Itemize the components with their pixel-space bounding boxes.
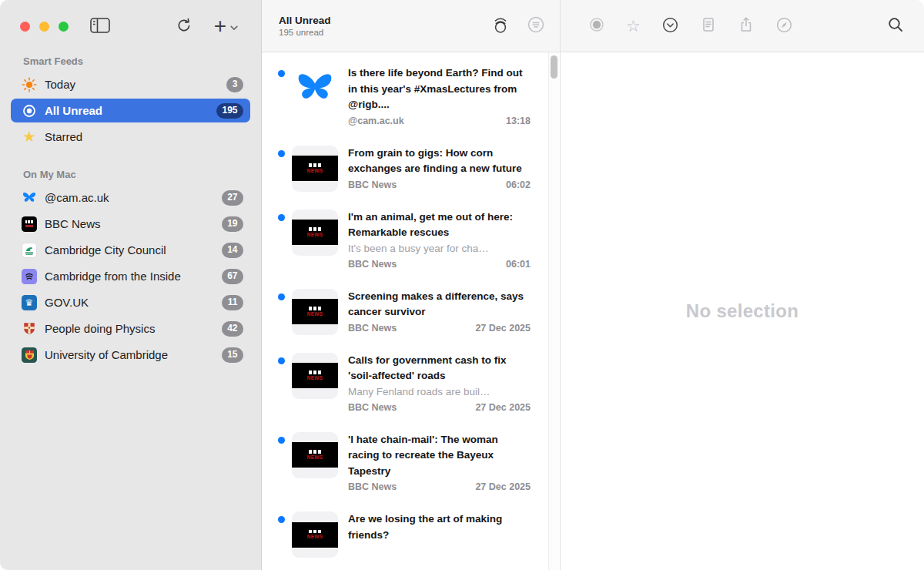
unread-count-badge: 14 — [222, 243, 243, 258]
sidebar-item-label: GOV.UK — [45, 296, 214, 309]
article-list-column: All Unread 195 unread — [262, 0, 561, 570]
plus-icon: + — [214, 18, 226, 34]
unread-count-badge: 67 — [222, 269, 243, 284]
unread-count-badge: 195 — [216, 103, 243, 119]
star-outline-icon: ☆ — [626, 18, 641, 34]
bbc-news-thumbnail: NEWS — [292, 146, 338, 192]
article-title: I'm an animal, get me out of here: Remar… — [348, 210, 531, 241]
bbc-news-label: NEWS — [307, 455, 323, 461]
sun-icon — [22, 77, 37, 92]
unread-count-badge: 19 — [222, 216, 243, 232]
article-row[interactable]: Is there life beyond Earth? Find out in … — [262, 57, 560, 137]
zoom-button[interactable] — [59, 22, 69, 32]
toggle-sidebar-button[interactable] — [90, 18, 110, 35]
chevron-down-icon — [230, 22, 238, 33]
article-row[interactable]: NEWS Screening makes a difference, says … — [262, 280, 560, 344]
add-feed-menu-button[interactable] — [230, 22, 238, 33]
unread-count-badge: 42 — [222, 321, 243, 337]
sidebar-item-label: @cam.ac.uk — [45, 191, 214, 204]
unread-dot — [278, 70, 285, 77]
list-unread-count: 195 unread — [279, 28, 331, 37]
bbc-news-label: NEWS — [307, 312, 323, 317]
reader-view-button[interactable] — [700, 16, 717, 35]
open-in-browser-button[interactable] — [775, 16, 793, 36]
sidebar-item-label: BBC News — [45, 217, 214, 230]
share-button[interactable] — [738, 16, 755, 35]
sidebar-toolbar: + — [0, 0, 261, 52]
unread-count-badge: 11 — [222, 295, 243, 310]
refresh-button[interactable] — [176, 17, 192, 36]
sidebar-item-cambridge-from-the-inside[interactable]: Cambridge from the Inside 67 — [11, 264, 250, 288]
article-summary: It's been a busy year for cha… — [348, 241, 531, 256]
article-title: Are we losing the art of making friends? — [348, 511, 531, 543]
close-button[interactable] — [20, 22, 30, 32]
bbc-news-thumbnail: NEWS — [292, 432, 338, 478]
article-source: BBC News — [348, 321, 397, 336]
article-time: 13:18 — [506, 114, 531, 129]
unread-dot — [278, 214, 285, 221]
sidebar-item-bbc-news[interactable]: BBC News 19 — [11, 212, 250, 236]
article-title: Screening makes a difference, says cance… — [348, 289, 531, 320]
article-title: Is there life beyond Earth? Find out in … — [348, 65, 531, 113]
article-time: 06:02 — [506, 178, 531, 193]
traffic-lights — [20, 22, 69, 32]
article-row[interactable]: NEWS I'm an animal, get me out of here: … — [262, 201, 560, 280]
read-status-circle-icon — [588, 16, 605, 35]
toggle-read-button[interactable] — [588, 16, 605, 35]
sidebar-item-cam-ac-uk[interactable]: @cam.ac.uk 27 — [11, 186, 250, 210]
no-selection-placeholder: No selection — [686, 300, 798, 322]
article-row[interactable]: NEWS From grain to gigs: How corn exchan… — [262, 137, 560, 201]
mark-all-read-button[interactable] — [491, 15, 511, 37]
sidebar-item-label: Cambridge City Council — [45, 243, 214, 256]
article-title: 'I hate chain-mail': The woman racing to… — [348, 432, 531, 480]
compass-icon — [775, 16, 793, 36]
filter-icon — [526, 15, 546, 37]
sidebar-item-cambridge-city-council[interactable]: Cambridge City Council 14 — [11, 238, 250, 262]
list-header-text: All Unread 195 unread — [279, 15, 331, 37]
article-source: BBC News — [348, 178, 397, 193]
mark-all-read-icon — [491, 15, 511, 37]
unread-ring-icon — [22, 103, 37, 119]
article-title: From grain to gigs: How corn exchanges a… — [348, 146, 531, 177]
filter-articles-button[interactable] — [526, 15, 546, 37]
unread-dot — [278, 357, 285, 364]
bbc-news-thumbnail: NEWS — [292, 289, 338, 335]
sidebar-item-today[interactable]: Today 3 — [11, 72, 250, 96]
minimize-button[interactable] — [39, 22, 49, 32]
app-window: + Smart Feeds Today 3 — [0, 0, 924, 570]
sidebar-item-label: Cambridge from the Inside — [45, 270, 214, 283]
refresh-icon — [176, 17, 192, 36]
sidebar: + Smart Feeds Today 3 — [0, 0, 262, 570]
list-scrollbar[interactable] — [548, 52, 559, 570]
add-feed-button[interactable]: + — [214, 18, 226, 34]
article-source: @cam.ac.uk — [348, 114, 404, 129]
next-unread-button[interactable] — [661, 16, 679, 36]
sidebar-item-university-of-cambridge[interactable]: University of Cambridge 15 — [11, 343, 250, 367]
list-title: All Unread — [279, 15, 331, 26]
sidebar-item-all-unread[interactable]: All Unread 195 — [11, 99, 250, 122]
article-list: Is there life beyond Earth? Find out in … — [262, 52, 560, 570]
bluesky-butterfly-thumbnail — [292, 65, 338, 112]
sidebar-item-gov-uk[interactable]: ♛ GOV.UK 11 — [11, 290, 250, 314]
search-button[interactable] — [887, 16, 904, 35]
scrollbar-thumb[interactable] — [551, 55, 557, 79]
sidebar-toggle-icon — [90, 18, 110, 35]
article-doc-icon — [700, 16, 717, 35]
sidebar-item-people-doing-physics[interactable]: People doing Physics 42 — [11, 317, 250, 340]
sidebar-item-label: People doing Physics — [45, 322, 214, 335]
article-list-header: All Unread 195 unread — [262, 0, 560, 52]
crown-favicon: ♛ — [22, 295, 37, 310]
article-row[interactable]: NEWS 'I hate chain-mail': The woman raci… — [262, 424, 560, 504]
unread-dot — [278, 293, 285, 300]
crown-icon: ♛ — [25, 298, 34, 307]
article-title: Calls for government cash to fix 'soil-a… — [348, 353, 531, 384]
toggle-star-button[interactable]: ☆ — [626, 18, 641, 34]
article-time: 06:01 — [506, 257, 531, 272]
sidebar-item-starred[interactable]: ★ Starred — [11, 125, 250, 149]
unread-count-badge: 15 — [222, 347, 243, 363]
article-row[interactable]: NEWS Calls for government cash to fix 's… — [262, 344, 560, 424]
list-header-icons — [491, 15, 546, 37]
article-row[interactable]: NEWS Are we losing the art of making fri… — [262, 503, 560, 566]
bbc-news-label: NEWS — [307, 535, 323, 540]
bluesky-butterfly-icon — [22, 190, 37, 206]
